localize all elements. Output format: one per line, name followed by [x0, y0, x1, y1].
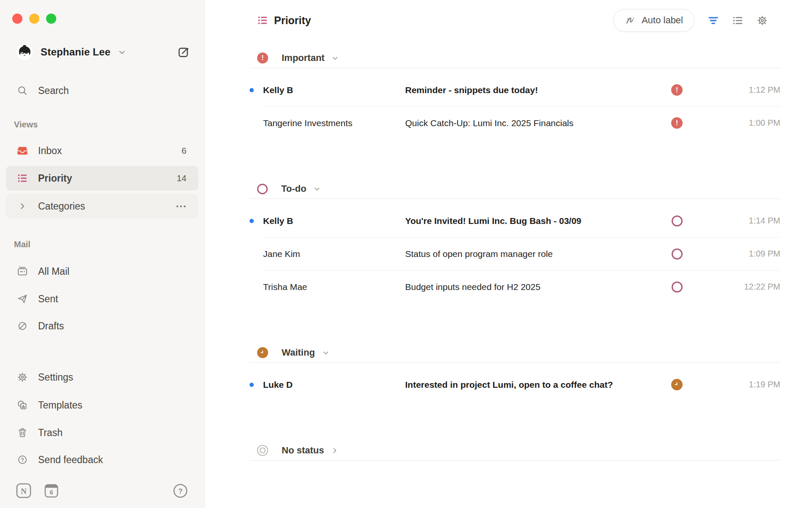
sidebar-item-label: Inbox [38, 145, 62, 157]
email-subject: Status of open program manager role [405, 249, 665, 259]
divider [250, 460, 780, 461]
auto-label-button[interactable]: Auto label [613, 9, 694, 32]
chevron-down-icon [118, 48, 126, 56]
chevron-down-icon[interactable] [332, 55, 339, 62]
important-status-icon: ! [257, 52, 268, 64]
todo-badge-icon[interactable] [672, 282, 683, 293]
email-subject: Reminder - snippets due today! [405, 85, 665, 95]
svg-text:6: 6 [49, 489, 53, 496]
email-row[interactable]: Kelly B Reminder - snippets due today! !… [250, 74, 780, 106]
sidebar-item-label: Drafts [38, 320, 64, 332]
window-close-button[interactable] [12, 14, 22, 24]
email-time: 1:00 PM [689, 118, 780, 128]
sidebar-footer: N 6 ? [16, 483, 190, 498]
inbox-count: 6 [181, 146, 187, 156]
svg-text:?: ? [178, 487, 182, 495]
window-minimize-button[interactable] [29, 14, 39, 24]
priority-list-icon [257, 15, 268, 26]
group-no-status: No status [250, 443, 780, 461]
email-time: 12:22 PM [689, 282, 780, 292]
priority-count: 14 [177, 173, 187, 183]
filter-icon[interactable] [708, 15, 719, 26]
group-waiting: Waiting Luke D Interested in project Lum… [250, 345, 780, 401]
notion-logo-icon[interactable]: N [16, 483, 31, 498]
calendar-icon[interactable]: 6 [44, 484, 58, 498]
main-header: Priority Auto label [205, 0, 812, 32]
sidebar-item-inbox[interactable]: Inbox 6 [6, 138, 198, 163]
window-controls [12, 14, 56, 24]
sidebar-item-label: All Mail [38, 266, 69, 277]
group-header-todo[interactable]: To-do [250, 182, 780, 196]
email-row[interactable]: Kelly B You're Invited! Lumi Inc. Bug Ba… [250, 204, 780, 237]
sidebar-item-label: Trash [38, 427, 63, 439]
email-sender: Kelly B [263, 85, 405, 95]
email-subject: Budget inputs needed for H2 2025 [405, 282, 665, 292]
sidebar-item-label: Templates [38, 400, 82, 411]
todo-badge-icon[interactable] [672, 215, 683, 226]
sidebar-item-categories[interactable]: Categories [6, 194, 198, 218]
all-mail-icon [17, 266, 28, 277]
email-sender: Kelly B [263, 216, 405, 226]
page-title: Priority [274, 14, 311, 27]
chevron-down-icon[interactable] [313, 185, 321, 193]
group-label: No status [282, 445, 324, 456]
sidebar-item-sent[interactable]: Sent [6, 287, 198, 311]
account-switcher[interactable]: Stephanie Lee [16, 42, 190, 62]
search-label: Search [38, 85, 69, 97]
sidebar-item-send-feedback[interactable]: ? Send feedback [6, 447, 198, 472]
sidebar-item-label: Settings [38, 372, 73, 383]
group-label: Important [282, 52, 324, 64]
group-important: ! Important Kelly B Reminder - snippets … [250, 51, 780, 139]
email-time: 1:09 PM [689, 249, 780, 259]
auto-label-wand-icon [625, 15, 636, 26]
group-todo: To-do Kelly B You're Invited! Lumi Inc. … [250, 182, 780, 303]
sidebar-item-label: Categories [38, 201, 85, 212]
email-row[interactable]: Jane Kim Status of open program manager … [250, 237, 780, 270]
settings-gear-icon[interactable] [757, 15, 768, 26]
chevron-right-icon [17, 201, 28, 212]
email-subject: Quick Catch-Up: Lumi Inc. 2025 Financial… [405, 118, 665, 128]
email-time: 1:14 PM [689, 216, 780, 226]
waiting-clock-icon [257, 347, 268, 358]
group-header-important[interactable]: ! Important [250, 51, 780, 65]
important-badge-icon[interactable]: ! [671, 84, 683, 96]
svg-text:?: ? [21, 457, 24, 463]
email-sender: Tangerine Investments [263, 118, 405, 128]
sidebar-item-label: Priority [38, 173, 72, 184]
waiting-badge-icon[interactable] [671, 379, 683, 390]
list-view-icon[interactable] [732, 15, 743, 26]
chevron-down-icon[interactable] [322, 349, 329, 356]
important-badge-icon[interactable]: ! [671, 117, 683, 129]
todo-badge-icon[interactable] [672, 248, 683, 260]
email-sender: Trisha Mae [263, 282, 405, 292]
help-icon[interactable]: ? [173, 483, 188, 498]
group-header-no-status[interactable]: No status [250, 443, 780, 458]
sidebar-item-priority[interactable]: Priority 14 [6, 166, 198, 190]
email-row[interactable]: Luke D Interested in project Lumi, open … [250, 368, 780, 401]
email-sender: Jane Kim [263, 249, 405, 259]
email-subject: Interested in project Lumi, open to a co… [405, 380, 665, 390]
search-icon [17, 85, 28, 96]
sidebar-item-drafts[interactable]: Drafts [6, 314, 198, 338]
more-icon[interactable] [176, 204, 187, 208]
unread-dot [250, 88, 254, 92]
send-plane-icon [17, 293, 28, 304]
email-row[interactable]: Trisha Mae Budget inputs needed for H2 2… [250, 271, 780, 303]
email-row[interactable]: Tangerine Investments Quick Catch-Up: Lu… [250, 107, 780, 139]
compose-icon[interactable] [177, 46, 190, 58]
sidebar-item-settings[interactable]: Settings [6, 365, 198, 389]
group-label: Waiting [282, 347, 315, 358]
sidebar-item-all-mail[interactable]: All Mail [6, 259, 198, 284]
draft-pencil-icon [17, 320, 28, 331]
sidebar-item-label: Send feedback [38, 454, 103, 466]
search-button[interactable]: Search [6, 78, 198, 103]
chevron-right-icon[interactable] [331, 447, 338, 454]
sidebar-item-templates[interactable]: Templates [6, 393, 198, 417]
help-circle-icon: ? [17, 454, 28, 465]
window-zoom-button[interactable] [46, 14, 56, 24]
unread-dot [250, 383, 254, 387]
group-header-waiting[interactable]: Waiting [250, 345, 780, 360]
sidebar-item-trash[interactable]: Trash [6, 420, 198, 445]
main-panel: Priority Auto label [205, 0, 812, 508]
unread-dot [250, 219, 254, 223]
